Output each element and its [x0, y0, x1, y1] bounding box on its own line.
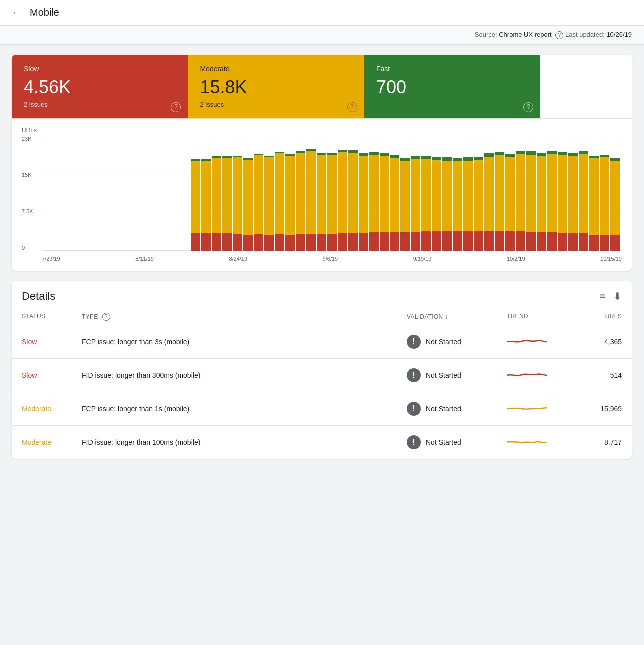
source-label: Source: — [475, 31, 498, 38]
validation-status-icon: ! — [407, 436, 421, 450]
table-row[interactable]: Slow FCP issue: longer than 3s (mobile) … — [12, 326, 632, 359]
bar-group — [400, 136, 410, 251]
summary-section: Slow 4.56K 2 issues ? Moderate 15.8K 2 i… — [12, 55, 632, 119]
chart-y-label: URLs — [22, 127, 622, 134]
x-tick-3: 8/24/19 — [229, 256, 248, 262]
slow-help-icon[interactable]: ? — [171, 102, 181, 112]
row-validation: ! Not Started — [407, 402, 507, 416]
moderate-label: Moderate — [200, 65, 352, 73]
bar-group — [422, 136, 431, 251]
bar-group — [128, 136, 138, 251]
x-tick-2: 8/11/19 — [136, 256, 154, 262]
page-title: Mobile — [30, 7, 60, 18]
validation-text: Not Started — [426, 438, 462, 446]
bar-group — [107, 136, 116, 251]
bar-group — [264, 136, 274, 251]
bar-group — [317, 136, 326, 251]
bar-group — [600, 136, 610, 251]
row-trend — [507, 334, 582, 350]
col-type: Type ? — [82, 313, 407, 321]
slow-value: 4.56K — [24, 77, 176, 98]
table-header: Status Type ? Validation ↓ Trend URLs — [12, 309, 632, 326]
row-validation: ! Not Started — [407, 436, 507, 450]
chart-section: URLs 0 7.5K 15K 23K — [12, 119, 632, 271]
bar-group — [212, 136, 222, 251]
bar-group — [484, 136, 494, 251]
moderate-help-icon[interactable]: ? — [348, 102, 358, 112]
last-updated-value: 10/26/19 — [606, 31, 632, 38]
y-tick-7k: 7.5K — [22, 208, 34, 214]
validation-text: Not Started — [426, 338, 462, 346]
bar-group — [432, 136, 442, 251]
slow-label: Slow — [24, 65, 176, 73]
table-row[interactable]: Moderate FCP issue: longer than 1s (mobi… — [12, 392, 632, 426]
bar-group — [170, 136, 180, 251]
bar-group — [506, 136, 515, 251]
filter-icon[interactable]: ≡ — [600, 290, 606, 302]
fast-help-icon[interactable]: ? — [524, 102, 534, 112]
trend-sparkline — [507, 368, 547, 383]
row-urls: 15,969 — [582, 405, 622, 413]
row-status: Slow — [22, 338, 82, 346]
source-help-icon[interactable]: ? — [556, 32, 564, 40]
bar-group — [590, 136, 599, 251]
row-urls: 8,717 — [582, 438, 622, 446]
bar-group — [411, 136, 420, 251]
bar-group — [306, 136, 316, 251]
bar-group — [275, 136, 284, 251]
bar-group — [191, 136, 200, 251]
bar-group — [579, 136, 588, 251]
back-button[interactable]: ← — [12, 7, 22, 18]
table-row[interactable]: Slow FID issue: longer than 300ms (mobil… — [12, 359, 632, 392]
x-tick-5: 9/19/19 — [414, 256, 432, 262]
y-tick-23k: 23K — [22, 136, 34, 142]
bar-group — [149, 136, 158, 251]
validation-text: Not Started — [426, 372, 462, 380]
moderate-issues: 2 issues — [200, 101, 352, 108]
type-help-icon[interactable]: ? — [102, 313, 110, 321]
validation-status-icon: ! — [407, 368, 421, 382]
row-type: FID issue: longer than 300ms (mobile) — [82, 372, 407, 380]
bar-group — [138, 136, 148, 251]
bar-group — [286, 136, 295, 251]
bar-group — [558, 136, 568, 251]
bar-group — [526, 136, 536, 251]
bar-group — [202, 136, 211, 251]
bar-group — [610, 136, 620, 251]
validation-status-icon: ! — [407, 335, 421, 349]
bar-group — [54, 136, 64, 251]
last-updated-label: Last updated: — [566, 31, 605, 38]
row-trend — [507, 402, 582, 416]
col-urls: URLs — [582, 313, 622, 321]
col-validation[interactable]: Validation ↓ — [407, 313, 507, 321]
bar-group — [348, 136, 358, 251]
bar-group — [180, 136, 190, 251]
bar-group — [160, 136, 169, 251]
chart-x-axis: 7/29/19 8/11/19 8/24/19 9/6/19 9/19/19 1… — [42, 252, 622, 266]
x-tick-6: 10/2/19 — [507, 256, 526, 262]
bar-group — [233, 136, 242, 251]
trend-sparkline — [507, 334, 547, 350]
bar-group — [65, 136, 74, 251]
y-tick-15k: 15K — [22, 172, 34, 178]
bar-group — [244, 136, 253, 251]
validation-sort-icon: ↓ — [446, 314, 448, 320]
moderate-value: 15.8K — [200, 77, 352, 98]
fast-label: Fast — [376, 65, 528, 73]
source-name: Chrome UX report — [499, 31, 552, 38]
bar-group — [390, 136, 400, 251]
details-header: Details ≡ ⬇ — [12, 281, 632, 309]
row-urls: 514 — [582, 372, 622, 380]
bar-group — [254, 136, 264, 251]
row-status: Moderate — [22, 438, 82, 446]
details-actions: ≡ ⬇ — [600, 290, 622, 302]
bar-group — [296, 136, 306, 251]
col-trend: Trend — [507, 313, 582, 321]
table-row[interactable]: Moderate FID issue: longer than 100ms (m… — [12, 426, 632, 459]
bar-group — [442, 136, 452, 251]
row-status: Moderate — [22, 405, 82, 413]
bar-group — [338, 136, 348, 251]
download-icon[interactable]: ⬇ — [614, 290, 622, 302]
chart-container: 0 7.5K 15K 23K 7/29/19 — [42, 136, 622, 266]
x-tick-4: 9/6/19 — [323, 256, 338, 262]
